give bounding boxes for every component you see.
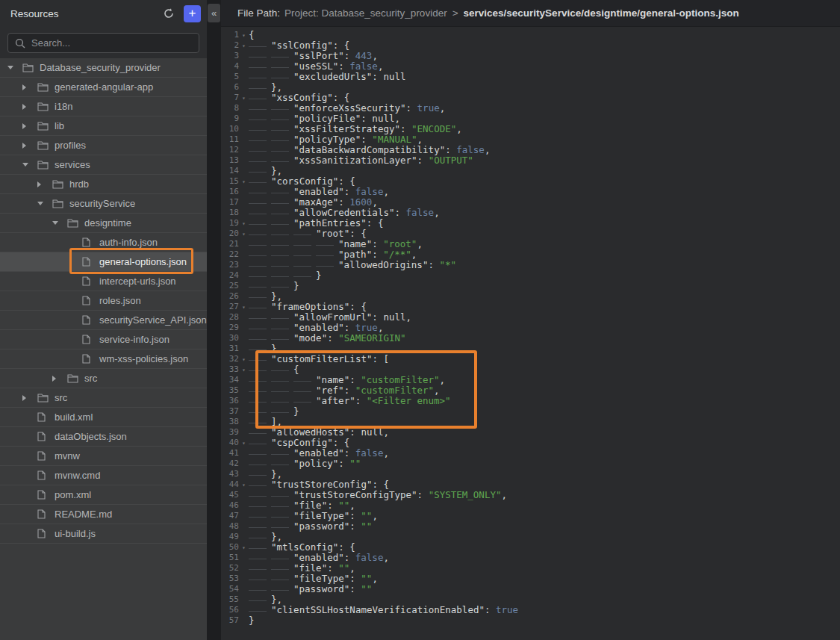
code-line-53[interactable]: 53"fileType": "", bbox=[221, 574, 840, 584]
fold-toggle-icon[interactable]: ▾ bbox=[239, 93, 249, 103]
collapse-panel-button[interactable]: « bbox=[208, 4, 220, 22]
add-button[interactable]: + bbox=[184, 5, 201, 22]
tree-expand-toggle[interactable] bbox=[22, 104, 37, 110]
code-line-34[interactable]: 34"name": "customFilter", bbox=[221, 375, 840, 385]
code-line-2[interactable]: 2▾"sslConfig": { bbox=[221, 40, 840, 51]
code-line-21[interactable]: 21"name": "root", bbox=[221, 239, 840, 249]
code-line-41[interactable]: 41"enabled": false, bbox=[221, 448, 840, 459]
code-line-4[interactable]: 4"useSSL": false, bbox=[221, 61, 840, 72]
tree-expand-toggle[interactable] bbox=[52, 376, 67, 382]
code-line-51[interactable]: 51"enabled": false, bbox=[221, 553, 840, 563]
search-input[interactable]: Search... bbox=[7, 33, 199, 53]
code-line-24[interactable]: 24} bbox=[221, 270, 840, 281]
code-line-43[interactable]: 43}, bbox=[221, 469, 840, 479]
tree-item-src[interactable]: src bbox=[0, 369, 207, 388]
code-line-31[interactable]: 31}, bbox=[221, 344, 840, 354]
fold-toggle-icon[interactable]: ▾ bbox=[239, 542, 249, 553]
code-line-38[interactable]: 38], bbox=[221, 417, 840, 427]
code-line-5[interactable]: 5"excludedUrls": null bbox=[221, 72, 840, 82]
code-line-45[interactable]: 45"trustStoreConfigType": "SYSTEM_ONLY", bbox=[221, 490, 840, 500]
tree-item-build.xml[interactable]: build.xml bbox=[0, 408, 207, 427]
fold-toggle-icon[interactable]: ▾ bbox=[239, 218, 249, 229]
code-line-26[interactable]: 26}, bbox=[221, 291, 840, 302]
code-line-11[interactable]: 11"policyType": "MANUAL", bbox=[221, 134, 840, 145]
code-line-19[interactable]: 19▾"pathEntries": { bbox=[221, 218, 840, 229]
code-line-12[interactable]: 12"dataBackwardCompatibility": false, bbox=[221, 145, 840, 155]
tree-item-generated-angular-app[interactable]: generated-angular-app bbox=[0, 78, 207, 97]
tree-expand-toggle[interactable] bbox=[22, 123, 37, 129]
tree-item-services[interactable]: services bbox=[0, 155, 207, 175]
code-line-33[interactable]: 33▾{ bbox=[221, 364, 840, 375]
tree-expand-toggle[interactable] bbox=[37, 181, 52, 187]
fold-toggle-icon[interactable]: ▾ bbox=[239, 176, 249, 187]
code-line-7[interactable]: 7▾"xssConfig": { bbox=[221, 93, 840, 103]
code-line-40[interactable]: 40▾"cspConfig": { bbox=[221, 438, 840, 448]
tree-item-auth-info.json[interactable]: auth-info.json bbox=[0, 233, 207, 252]
tree-item-hrdb[interactable]: hrdb bbox=[0, 175, 207, 194]
code-line-52[interactable]: 52"file": "", bbox=[221, 563, 840, 574]
tree-item-wm-xss-policies.json[interactable]: wm-xss-policies.json bbox=[0, 349, 207, 369]
code-line-32[interactable]: 32▾"customFilterList": [ bbox=[221, 354, 840, 364]
tree-item-dataObjects.json[interactable]: dataObjects.json bbox=[0, 427, 207, 447]
tree-expand-toggle[interactable] bbox=[7, 66, 22, 69]
code-line-10[interactable]: 10"xssFilterStrategy": "ENCODE", bbox=[221, 124, 840, 134]
fold-toggle-icon[interactable]: ▾ bbox=[239, 479, 249, 490]
tree-expand-toggle[interactable] bbox=[52, 221, 67, 225]
tree-expand-toggle[interactable] bbox=[22, 395, 37, 401]
tree-item-roles.json[interactable]: roles.json bbox=[0, 291, 207, 311]
tree-item-securityService_API.json[interactable]: securityService_API.json bbox=[0, 311, 207, 330]
code-line-54[interactable]: 54"password": "" bbox=[221, 584, 840, 594]
code-line-18[interactable]: 18"allowCredentials": false, bbox=[221, 208, 840, 218]
code-line-55[interactable]: 55}, bbox=[221, 594, 840, 605]
code-line-17[interactable]: 17"maxAge": 1600, bbox=[221, 197, 840, 208]
code-line-49[interactable]: 49}, bbox=[221, 532, 840, 542]
fold-toggle-icon[interactable]: ▾ bbox=[239, 229, 249, 239]
code-line-50[interactable]: 50▾"mtlsConfig": { bbox=[221, 542, 840, 553]
panel-divider[interactable]: « bbox=[207, 0, 221, 640]
tree-item-intercept-urls.json[interactable]: intercept-urls.json bbox=[0, 272, 207, 291]
code-line-44[interactable]: 44▾"trustStoreConfig": { bbox=[221, 479, 840, 490]
code-line-56[interactable]: 56"clientSSLHostNameVerificationEnabled"… bbox=[221, 605, 840, 615]
tree-item-Database_security_provider[interactable]: Database_security_provider bbox=[0, 58, 207, 78]
tree-expand-toggle[interactable] bbox=[37, 202, 52, 205]
tree-expand-toggle[interactable] bbox=[22, 163, 37, 167]
code-line-42[interactable]: 42"policy": "" bbox=[221, 459, 840, 469]
fold-toggle-icon[interactable]: ▾ bbox=[239, 438, 249, 448]
tree-item-mvnw.cmd[interactable]: mvnw.cmd bbox=[0, 466, 207, 485]
code-line-14[interactable]: 14}, bbox=[221, 166, 840, 176]
code-line-39[interactable]: 39"allowedHosts": null, bbox=[221, 427, 840, 438]
tree-item-src[interactable]: src bbox=[0, 388, 207, 408]
code-editor[interactable]: 1▾{2▾"sslConfig": {3"sslPort": 443,4"use… bbox=[221, 27, 840, 626]
code-line-25[interactable]: 25} bbox=[221, 281, 840, 291]
code-line-47[interactable]: 47"fileType": "", bbox=[221, 511, 840, 521]
code-line-1[interactable]: 1▾{ bbox=[221, 30, 840, 40]
code-line-48[interactable]: 48"password": "" bbox=[221, 521, 840, 532]
code-line-9[interactable]: 9"policyFile": null, bbox=[221, 114, 840, 124]
code-line-20[interactable]: 20▾"root": { bbox=[221, 229, 840, 239]
tree-expand-toggle[interactable] bbox=[22, 143, 37, 149]
tree-item-ui-build.js[interactable]: ui-build.js bbox=[0, 524, 207, 544]
code-line-28[interactable]: 28"allowFromUrl": null, bbox=[221, 312, 840, 323]
code-line-22[interactable]: 22"path": "/**", bbox=[221, 249, 840, 260]
fold-toggle-icon[interactable]: ▾ bbox=[239, 40, 249, 51]
refresh-button[interactable] bbox=[160, 4, 178, 22]
fold-toggle-icon[interactable]: ▾ bbox=[239, 364, 249, 375]
tree-item-securityService[interactable]: securityService bbox=[0, 194, 207, 214]
code-line-35[interactable]: 35"ref": "customFilter", bbox=[221, 385, 840, 396]
code-line-29[interactable]: 29"enabled": true, bbox=[221, 323, 840, 333]
code-line-15[interactable]: 15▾"corsConfig": { bbox=[221, 176, 840, 187]
code-line-8[interactable]: 8"enforceXssSecurity": true, bbox=[221, 103, 840, 114]
fold-toggle-icon[interactable]: ▾ bbox=[239, 30, 249, 40]
code-line-57[interactable]: 57} bbox=[221, 615, 840, 626]
tree-item-README.md[interactable]: README.md bbox=[0, 505, 207, 524]
code-line-30[interactable]: 30"mode": "SAMEORIGIN" bbox=[221, 333, 840, 344]
tree-item-profiles[interactable]: profiles bbox=[0, 136, 207, 155]
tree-item-service-info.json[interactable]: service-info.json bbox=[0, 330, 207, 349]
code-line-3[interactable]: 3"sslPort": 443, bbox=[221, 51, 840, 61]
code-line-27[interactable]: 27▾"frameOptions": { bbox=[221, 302, 840, 312]
code-line-36[interactable]: 36"after": "<Filter enum>" bbox=[221, 396, 840, 406]
tree-item-lib[interactable]: lib bbox=[0, 116, 207, 136]
fold-toggle-icon[interactable]: ▾ bbox=[239, 354, 249, 364]
code-line-6[interactable]: 6}, bbox=[221, 82, 840, 93]
tree-item-pom.xml[interactable]: pom.xml bbox=[0, 485, 207, 505]
